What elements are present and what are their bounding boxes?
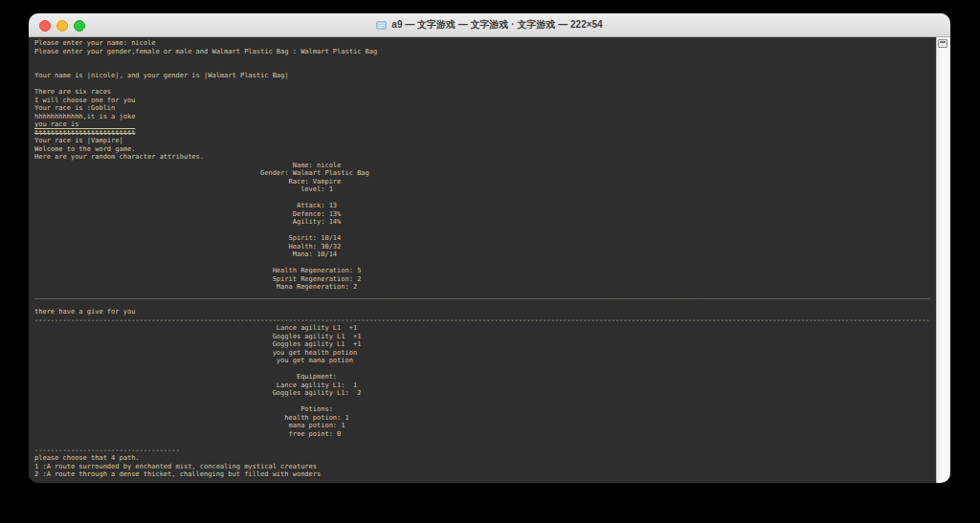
minimize-button[interactable] xyxy=(56,20,68,32)
terminal-line xyxy=(34,259,936,268)
terminal-line xyxy=(34,300,936,309)
terminal-line xyxy=(34,398,936,406)
terminal-line xyxy=(34,194,936,203)
terminal-line: Mana Regeneration: 2 xyxy=(34,283,936,292)
split-pane-icon[interactable] xyxy=(938,39,947,48)
terminal-line: Goggles agility L1 +1 xyxy=(34,340,936,349)
terminal-line: Attack: 13 xyxy=(34,202,936,210)
terminal-line: Spirit Regeneration: 2 xyxy=(34,275,936,284)
terminal-line: you race is xyxy=(34,120,936,129)
terminal-line xyxy=(34,80,936,89)
terminal-line: Health Regeneration: 5 xyxy=(34,267,936,275)
split-pane-bar xyxy=(940,41,946,43)
terminal-line: ttttttttttttttttttttttttt xyxy=(34,129,936,138)
terminal-window: a9 — 文字游戏 — 文字游戏 · 文字游戏 — 222×54 Please … xyxy=(29,13,950,483)
terminal-line: Welcome to the word game. xyxy=(34,145,936,154)
terminal-line: Defence: 13% xyxy=(34,210,936,219)
terminal-line: Mana: 10/14 xyxy=(34,251,936,259)
terminal-line: Health: 30/32 xyxy=(34,243,936,251)
terminal-line: Equipment: xyxy=(34,373,936,381)
terminal-body[interactable]: Please enter your name: nicolePlease ent… xyxy=(29,37,936,483)
terminal-line: there have a give for you xyxy=(34,308,936,316)
title-bar[interactable]: a9 — 文字游戏 — 文字游戏 · 文字游戏 — 222×54 xyxy=(29,13,950,37)
terminal-line: Your race is :Goblin xyxy=(34,104,936,113)
desktop: { "window": { "title": "a9 — 文字游戏 — 文字游戏… xyxy=(0,0,980,523)
terminal-line: free point: 0 xyxy=(34,430,936,439)
terminal-line: Please enter your name: nicole xyxy=(34,39,936,48)
window-title-text: a9 — 文字游戏 — 文字游戏 · 文字游戏 — 222×54 xyxy=(391,18,602,32)
terminal-line: 2 :A route through a dense thicket, chal… xyxy=(34,470,936,479)
zoom-button[interactable] xyxy=(74,20,85,32)
terminal-line xyxy=(34,438,936,447)
terminal-line: There are six races xyxy=(34,88,936,97)
terminal-line xyxy=(34,365,936,374)
terminal-line: mana potion: 1 xyxy=(34,422,936,430)
terminal-line xyxy=(34,55,936,64)
window-body: Please enter your name: nicolePlease ent… xyxy=(29,37,950,483)
terminal-line: Lance agility L1: 1 xyxy=(34,381,936,390)
terminal-line: Here are your random character attribute… xyxy=(34,153,936,162)
scrollbar[interactable] xyxy=(936,37,950,483)
window-title: a9 — 文字游戏 — 文字游戏 · 文字游戏 — 222×54 xyxy=(376,18,602,32)
terminal-line: you get health potion xyxy=(34,349,936,358)
terminal-line: I will choose one for you xyxy=(34,97,936,105)
terminal-line: health potion: 1 xyxy=(34,414,936,423)
terminal-line: Gender: Walmart Plastic Bag xyxy=(34,169,936,178)
terminal-line xyxy=(34,64,936,73)
traffic-lights xyxy=(39,20,85,32)
terminal-line: ------------------------------------ xyxy=(34,447,936,455)
terminal-line: Please enter your gender,female or male … xyxy=(34,48,936,56)
terminal-line: Agility: 14% xyxy=(34,218,936,227)
terminal-line: Race: Vampire xyxy=(34,178,936,186)
terminal-line: Potions: xyxy=(34,405,936,414)
terminal-line: you get mana potion xyxy=(34,357,936,365)
terminal-line xyxy=(34,227,936,235)
terminal-line: Goggles agility L1 +1 xyxy=(34,333,936,341)
terminal-document-icon[interactable] xyxy=(376,20,387,31)
terminal-line: Name: nicole xyxy=(34,162,936,170)
terminal-line: Your name is |nicole|, and your gender i… xyxy=(34,72,936,80)
terminal-line: 1 :A route surrounded by enchanted mist,… xyxy=(34,463,936,471)
terminal-line: level: 1 xyxy=(34,185,936,194)
close-button[interactable] xyxy=(39,20,51,32)
terminal-line: ________________________________________… xyxy=(34,292,936,300)
terminal-line: please choose that 4 path. xyxy=(34,454,936,463)
terminal-line: ----------------------------------------… xyxy=(34,316,936,325)
terminal-line: Spirit: 10/14 xyxy=(34,234,936,243)
terminal-line: Lance agility L1 +1 xyxy=(34,324,936,333)
terminal-line: Your race is |Vampire| xyxy=(34,137,936,145)
terminal-line: hhhhhhhhhhhh,it is a joke xyxy=(34,113,936,121)
terminal-line: Goggles agility L1: 2 xyxy=(34,389,936,398)
